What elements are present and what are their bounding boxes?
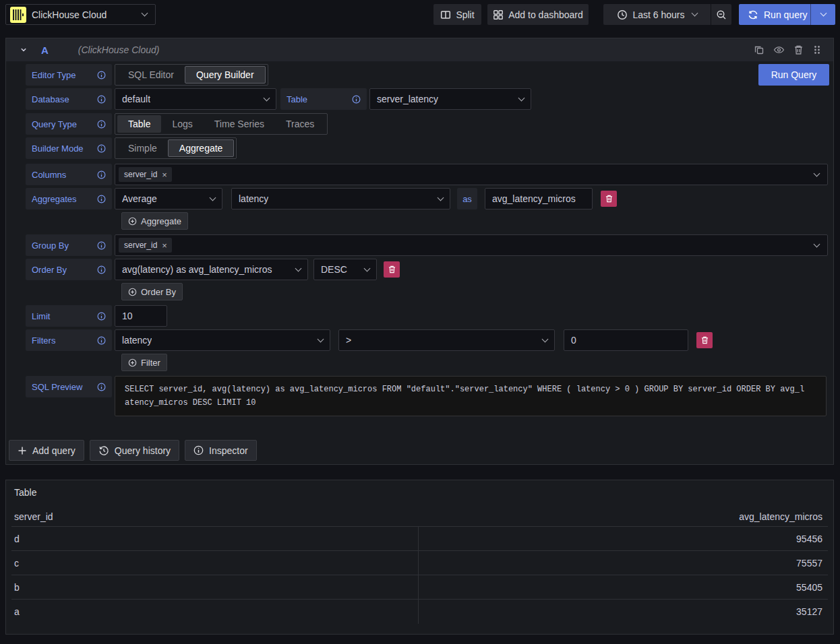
- info-circle-icon: [193, 445, 204, 455]
- remove-icon[interactable]: [162, 241, 167, 250]
- sql-preview-label: SQL Preview: [26, 376, 112, 397]
- limit-row: Limit 10: [26, 305, 167, 327]
- builder-mode-label: Builder Mode: [26, 137, 112, 159]
- group-by-multiselect[interactable]: server_id: [115, 234, 828, 256]
- query-header[interactable]: A (ClickHouse Cloud): [6, 38, 833, 61]
- filter-column-select[interactable]: latency: [115, 329, 330, 351]
- order-by-select[interactable]: avg(latency) as avg_latency_micros: [115, 259, 308, 280]
- trash-icon: [605, 195, 613, 203]
- columns-label: Columns: [26, 164, 112, 185]
- query-type-logs[interactable]: Logs: [161, 115, 203, 133]
- chevron-down-icon: [364, 265, 371, 271]
- chevron-down-icon: [820, 10, 827, 17]
- info-icon: [97, 312, 106, 321]
- table-header: server_id avg_latency_micros: [14, 511, 822, 522]
- trash-icon: [388, 265, 396, 273]
- zoom-out-button[interactable]: [711, 4, 731, 25]
- remove-query-icon[interactable]: [793, 44, 804, 55]
- run-query-split-button: Run query: [739, 4, 835, 25]
- query-type-label: Query Type: [26, 113, 112, 135]
- chevron-down-icon: [264, 94, 270, 101]
- filters-row: Filters latency > 0: [26, 329, 713, 351]
- columns-multiselect[interactable]: server_id: [115, 164, 828, 185]
- editor-type-sql-editor[interactable]: SQL Editor: [117, 66, 185, 84]
- aggregate-function-select[interactable]: Average: [115, 188, 222, 210]
- limit-input[interactable]: 10: [115, 305, 167, 327]
- column-header-server-id[interactable]: server_id: [14, 511, 53, 522]
- editor-type-query-builder[interactable]: Query Builder: [185, 66, 266, 84]
- group-by-row: Group By server_id: [26, 234, 828, 256]
- query-ref-id: A: [41, 44, 49, 56]
- toggle-visibility-icon[interactable]: [773, 44, 785, 55]
- database-select[interactable]: default: [115, 88, 276, 110]
- table-select[interactable]: server_latency: [369, 88, 531, 110]
- table-row: b55405: [11, 575, 828, 600]
- info-icon: [97, 336, 106, 345]
- query-history-button[interactable]: Query history: [90, 440, 179, 461]
- info-icon: [97, 383, 106, 391]
- query-type-time-series[interactable]: Time Series: [204, 115, 275, 133]
- remove-icon[interactable]: [162, 170, 167, 179]
- datasource-picker[interactable]: ClickHouse Cloud: [5, 4, 156, 25]
- table-panel: Table server_id avg_latency_micros d9545…: [5, 480, 834, 635]
- builder-mode-simple[interactable]: Simple: [117, 139, 168, 157]
- info-icon: [97, 195, 106, 203]
- as-label: as: [457, 188, 477, 210]
- column-header-avg-latency-micros[interactable]: avg_latency_micros: [739, 511, 822, 522]
- chevron-down-icon: [318, 335, 324, 342]
- group-by-label: Group By: [26, 234, 112, 256]
- editor-type-label: Editor Type: [26, 64, 112, 86]
- add-order-by-button[interactable]: Order By: [121, 283, 183, 300]
- database-label: Database: [26, 88, 112, 110]
- filters-label: Filters: [26, 329, 112, 351]
- sql-preview-text: SELECT server_id, avg(latency) as avg_la…: [125, 383, 806, 410]
- info-icon: [97, 95, 106, 104]
- apps-icon: [493, 9, 504, 20]
- query-editor-panel: A (ClickHouse Cloud) Run Query Editor Ty…: [5, 38, 834, 465]
- query-type-group: Table Logs Time Series Traces: [115, 113, 328, 135]
- remove-aggregate-button[interactable]: [601, 191, 617, 207]
- builder-mode-row: Builder Mode Simple Aggregate: [26, 137, 237, 159]
- chevron-down-icon: [518, 94, 525, 101]
- group-by-chip-server-id[interactable]: server_id: [119, 238, 172, 253]
- info-icon: [97, 170, 106, 179]
- query-type-traces[interactable]: Traces: [275, 115, 325, 133]
- inspector-button[interactable]: Inspector: [185, 440, 257, 461]
- builder-mode-group: Simple Aggregate: [115, 137, 237, 159]
- filter-operator-select[interactable]: >: [338, 329, 555, 351]
- add-aggregate-button[interactable]: Aggregate: [121, 212, 188, 230]
- info-icon: [97, 71, 106, 79]
- column-divider: [418, 527, 419, 624]
- split-button[interactable]: Split: [433, 4, 481, 25]
- run-query-dropdown-toggle[interactable]: [810, 4, 835, 25]
- add-to-dashboard-button[interactable]: Add to dashboard: [487, 4, 589, 25]
- remove-order-by-button[interactable]: [384, 261, 400, 278]
- run-query-button-editor[interactable]: Run Query: [758, 64, 829, 86]
- chevron-down-icon: [691, 10, 698, 17]
- run-query-button[interactable]: Run query: [739, 4, 810, 25]
- split-icon: [440, 9, 451, 20]
- info-icon: [97, 265, 106, 274]
- sql-preview-box: SELECT server_id, avg(latency) as avg_la…: [115, 376, 827, 416]
- aggregate-column-select[interactable]: latency: [231, 188, 450, 210]
- query-type-row: Query Type Table Logs Time Series Traces: [26, 113, 328, 135]
- filter-value-input[interactable]: 0: [564, 329, 688, 351]
- add-query-button[interactable]: Add query: [9, 440, 84, 461]
- query-type-table[interactable]: Table: [117, 115, 161, 133]
- columns-chip-server-id[interactable]: server_id: [119, 167, 172, 182]
- chevron-down-icon: [295, 265, 302, 271]
- remove-filter-button[interactable]: [696, 332, 713, 348]
- order-direction-select[interactable]: DESC: [313, 259, 377, 280]
- builder-mode-aggregate[interactable]: Aggregate: [168, 139, 235, 157]
- collapse-chevron-icon: [20, 46, 28, 54]
- time-range-picker[interactable]: Last 6 hours: [603, 4, 711, 25]
- aggregates-row: Aggregates Average latency as avg_latenc…: [26, 188, 617, 210]
- duplicate-query-icon[interactable]: [754, 44, 764, 55]
- database-row: Database default Table server_latency: [26, 88, 531, 110]
- panel-title: Table: [14, 487, 36, 498]
- info-icon: [97, 241, 106, 250]
- aggregates-label: Aggregates: [26, 188, 112, 210]
- drag-handle-icon[interactable]: [812, 44, 822, 55]
- aggregate-alias-input[interactable]: avg_latency_micros: [485, 188, 593, 210]
- add-filter-button[interactable]: Filter: [121, 354, 167, 371]
